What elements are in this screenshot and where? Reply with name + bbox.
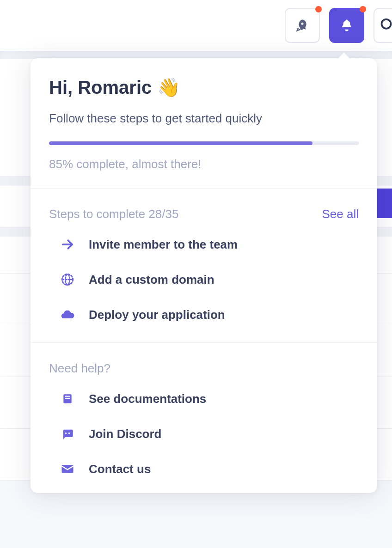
greeting-subtitle: Follow these steps to get started quickl…	[49, 111, 359, 126]
help-title: Need help?	[49, 361, 359, 376]
partial-icon	[378, 18, 392, 33]
discord-icon	[60, 426, 75, 441]
bell-button[interactable]	[329, 8, 364, 43]
steps-title: Steps to complete 28/35	[49, 207, 178, 221]
notification-dot	[315, 6, 322, 12]
globe-icon	[60, 272, 75, 287]
step-label: Invite member to the team	[89, 237, 238, 252]
help-contact[interactable]: Contact us	[60, 462, 359, 476]
progress-bar	[49, 141, 359, 145]
see-all-link[interactable]: See all	[322, 207, 359, 221]
topbar	[0, 0, 392, 51]
help-list: See documentations Join Discord Contact …	[49, 391, 359, 476]
progress-fill	[49, 141, 312, 145]
help-label: Contact us	[89, 462, 151, 476]
greeting-title: Hi, Romaric 👋	[49, 77, 359, 98]
arrow-right-icon	[60, 237, 75, 252]
greeting-section: Hi, Romaric 👋 Follow these steps to get …	[31, 58, 377, 188]
step-deploy-app[interactable]: Deploy your application	[60, 307, 359, 322]
partial-button[interactable]	[374, 8, 392, 43]
svg-point-0	[382, 19, 391, 29]
accent-strip	[377, 189, 392, 218]
cloud-icon	[60, 307, 75, 322]
steps-section: Steps to complete 28/35 See all Invite m…	[31, 188, 377, 342]
rocket-button[interactable]	[285, 8, 320, 43]
svg-point-8	[65, 432, 67, 434]
greeting-prefix: Hi,	[49, 77, 78, 97]
rocket-icon	[295, 18, 309, 32]
book-icon	[60, 391, 75, 406]
bell-icon	[340, 18, 354, 32]
help-section: Need help? See documentations Join Disco…	[31, 342, 377, 493]
greeting-name: Romaric	[78, 77, 152, 97]
step-custom-domain[interactable]: Add a custom domain	[60, 272, 359, 287]
progress-text: 85% complete, almost there!	[49, 157, 359, 171]
onboarding-popover: Hi, Romaric 👋 Follow these steps to get …	[31, 58, 377, 493]
svg-point-9	[68, 432, 70, 434]
help-discord[interactable]: Join Discord	[60, 426, 359, 441]
svg-rect-7	[65, 398, 70, 399]
step-label: Deploy your application	[89, 308, 225, 322]
svg-rect-6	[65, 396, 70, 397]
steps-list: Invite member to the team Add a custom d…	[49, 237, 359, 322]
wave-icon: 👋	[157, 77, 180, 98]
envelope-icon	[60, 462, 75, 476]
help-label: See documentations	[89, 392, 206, 406]
help-documentation[interactable]: See documentations	[60, 391, 359, 406]
help-label: Join Discord	[89, 427, 161, 441]
step-invite-member[interactable]: Invite member to the team	[60, 237, 359, 252]
notification-dot	[360, 6, 366, 12]
step-label: Add a custom domain	[89, 273, 214, 287]
